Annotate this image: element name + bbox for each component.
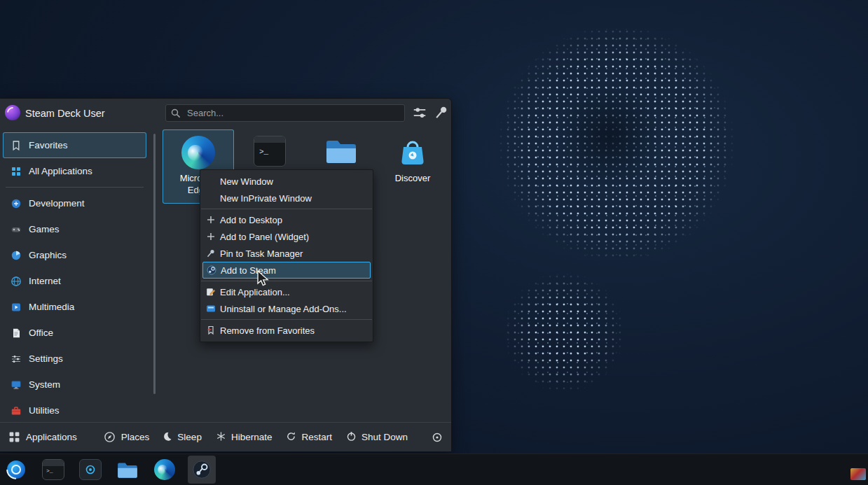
sidebar-item-favorites[interactable]: Favorites — [3, 132, 146, 158]
search-input[interactable] — [186, 107, 400, 119]
sidebar-item-games[interactable]: Games — [3, 216, 146, 242]
menu-item-label: Edit Application... — [220, 287, 290, 297]
sidebar-item-office[interactable]: Office — [3, 320, 146, 346]
user-name: Steam Deck User — [25, 99, 105, 128]
menu-item-pin-to-task-manager[interactable]: Pin to Task Manager — [200, 245, 373, 262]
sidebar-item-label: Development — [29, 198, 85, 209]
sidebar-item-system[interactable]: System — [3, 372, 146, 398]
sidebar-item-graphics[interactable]: Graphics — [3, 242, 146, 268]
favorites-icon — [11, 140, 22, 151]
moon-icon — [162, 431, 172, 444]
sidebar-separator — [3, 184, 146, 190]
edit-icon — [206, 287, 216, 297]
bookmark-remove-icon — [206, 325, 216, 335]
sleep-button[interactable]: Sleep — [162, 431, 202, 444]
steam-icon — [207, 265, 216, 275]
folder-icon — [324, 136, 358, 169]
sidebar-item-label: Multimedia — [29, 302, 74, 312]
graphics-icon — [11, 250, 22, 261]
taskbar-edge[interactable] — [151, 456, 179, 484]
compass-icon — [104, 431, 116, 443]
wallpaper-swirl-core — [557, 84, 662, 189]
menu-item-add-to-panel[interactable]: Add to Panel (Widget) — [200, 228, 373, 245]
menu-item-label: Add to Steam — [221, 265, 276, 276]
pin-window-icon[interactable] — [434, 105, 449, 120]
search-field[interactable] — [165, 104, 405, 122]
configure-icon[interactable] — [412, 105, 427, 120]
development-icon — [11, 198, 22, 209]
taskbar-terminal[interactable] — [39, 456, 67, 484]
sidebar-item-development[interactable]: Development — [3, 190, 146, 216]
sidebar-item-multimedia[interactable]: Multimedia — [3, 294, 146, 320]
menu-item-add-to-desktop[interactable]: Add to Desktop — [200, 211, 373, 228]
spacer — [206, 193, 216, 203]
menu-item-edit-application[interactable]: Edit Application... — [200, 283, 373, 300]
steam-icon — [191, 459, 212, 480]
hibernate-button[interactable]: Hibernate — [216, 431, 273, 444]
applications-grid-icon — [8, 431, 20, 443]
user-avatar[interactable] — [5, 105, 20, 120]
taskbar-steam-active[interactable] — [188, 456, 216, 484]
pin-icon — [206, 248, 216, 258]
menu-item-new-window[interactable]: New Window — [200, 173, 373, 190]
plus-icon — [206, 232, 216, 241]
menu-separator — [200, 279, 373, 283]
taskbar-launcher-button[interactable] — [2, 456, 30, 484]
taskbar-gaming-mode[interactable] — [76, 456, 104, 484]
terminal-icon — [253, 136, 287, 169]
folder-icon — [116, 460, 139, 480]
menu-item-uninstall-or-manage-addons[interactable]: Uninstall or Manage Add-Ons... — [200, 300, 373, 317]
taskbar — [0, 454, 868, 485]
menu-separator — [200, 317, 373, 322]
shut-down-button[interactable]: Shut Down — [346, 431, 408, 444]
menu-item-label: New Window — [220, 176, 273, 187]
app-discover[interactable]: Discover — [377, 129, 448, 204]
restart-icon — [286, 431, 296, 444]
sidebar-item-label: Utilities — [29, 405, 60, 416]
sidebar-item-label: Graphics — [29, 250, 67, 260]
multimedia-icon — [11, 302, 22, 313]
menu-item-label: Uninstall or Manage Add-Ons... — [220, 304, 347, 314]
tab-applications[interactable]: Applications — [8, 431, 77, 443]
sidebar-item-label: All Applications — [29, 166, 92, 176]
gaming-mode-icon — [79, 459, 102, 480]
sidebar-item-label: Settings — [29, 353, 63, 364]
edge-icon — [181, 136, 215, 169]
system-icon — [11, 379, 22, 391]
sidebar-item-settings[interactable]: Settings — [3, 346, 146, 372]
sidebar-item-label: Internet — [29, 276, 61, 286]
internet-icon — [11, 276, 22, 287]
plus-icon — [206, 215, 216, 225]
launcher-header: Steam Deck User — [0, 99, 451, 128]
taskbar-file-manager[interactable] — [113, 456, 142, 484]
menu-item-label: Add to Panel (Widget) — [220, 232, 309, 242]
sidebar-item-all-applications[interactable]: All Applications — [3, 158, 146, 184]
office-icon — [11, 328, 22, 339]
context-menu: New Window New InPrivate Window Add to D… — [200, 169, 373, 342]
power-actions: Sleep Hibernate Restart Shut Down — [162, 431, 451, 444]
all-applications-icon — [11, 166, 22, 177]
menu-item-new-inprivate-window[interactable]: New InPrivate Window — [200, 190, 373, 206]
power-label: Sleep — [177, 432, 202, 442]
tab-label: Applications — [26, 432, 77, 442]
sidebar-scrollbar[interactable] — [153, 134, 156, 394]
leave-session-icon[interactable] — [432, 432, 443, 443]
sidebar-item-internet[interactable]: Internet — [3, 268, 146, 294]
menu-item-label: Add to Desktop — [220, 215, 282, 225]
menu-item-add-to-steam[interactable]: Add to Steam — [202, 262, 371, 279]
edge-icon — [154, 459, 175, 480]
discover-icon — [396, 136, 429, 169]
tab-label: Places — [121, 432, 150, 442]
addons-icon — [206, 304, 216, 314]
app-label: Discover — [386, 173, 439, 185]
sidebar-item-utilities[interactable]: Utilities — [3, 398, 146, 423]
tab-places[interactable]: Places — [104, 431, 150, 443]
menu-separator — [200, 206, 373, 211]
snowflake-icon — [216, 431, 226, 444]
sidebar-item-label: Games — [29, 224, 60, 234]
restart-button[interactable]: Restart — [286, 431, 332, 444]
menu-item-remove-from-favorites[interactable]: Remove from Favorites — [200, 322, 373, 339]
power-icon — [346, 431, 357, 444]
tray-badge[interactable] — [850, 468, 866, 480]
category-sidebar: Favorites All Applications Development G… — [3, 132, 146, 423]
